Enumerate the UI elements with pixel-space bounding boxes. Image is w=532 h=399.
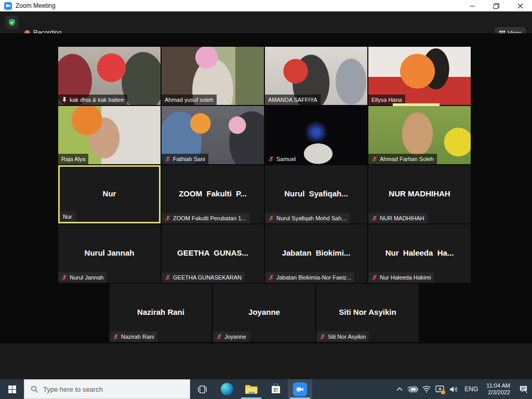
date-label: 2/3/2022: [486, 389, 510, 396]
participant-name-text: NUR MADHIHAH: [380, 215, 424, 221]
participant-name-label: Jabatan Biokimia-Nor Faeiz...: [265, 272, 354, 283]
minimize-button[interactable]: [460, 0, 484, 11]
wifi-icon[interactable]: [420, 379, 433, 399]
video-tile[interactable]: ZOOM Fakulti P...ZOOM Fakulti Perubatan …: [162, 165, 264, 223]
participant-name-label: Nur: [60, 211, 75, 222]
video-tile[interactable]: JoyanneJoyanne: [213, 284, 315, 342]
participant-name-label: GEETHA GUNASEKARAN: [162, 272, 245, 283]
participant-name-text: Siti Nor Asyikin: [328, 334, 366, 340]
muted-mic-icon: [268, 215, 274, 221]
participant-name-label: Raja Alya: [58, 154, 88, 164]
participant-name-text: Fathiah Sani: [173, 156, 205, 162]
muted-mic-icon: [268, 156, 274, 162]
participant-name-label: Nurul Jannah: [58, 272, 107, 283]
active-speaker-bar: [393, 103, 440, 106]
taskbar-file-explorer-button[interactable]: [239, 379, 263, 399]
muted-mic-icon: [371, 274, 378, 281]
screen-share-status-icon[interactable]: [433, 379, 447, 399]
video-gallery: kak dhia & kak baiteeAhmad yusuf solehAM…: [0, 33, 532, 343]
participant-display-name: Nazirah Rani: [110, 308, 212, 316]
video-tile[interactable]: Nur Haleeda Ha...Nur Haleeda Hakimi: [368, 224, 471, 283]
taskbar-zoom-button[interactable]: [288, 379, 312, 399]
muted-mic-icon: [371, 156, 378, 162]
participant-name-label: Joyanne: [213, 331, 249, 342]
participant-name-label: Fathiah Sani: [162, 154, 208, 164]
video-tile[interactable]: NurNur: [58, 165, 161, 223]
muted-mic-icon: [165, 215, 171, 221]
participant-name-label: ZOOM Fakulti Perubatan 1...: [162, 213, 249, 223]
taskbar-search-input[interactable]: Type here to search: [24, 379, 190, 399]
participant-name-label: Nurul Syafiqah Mohd Sah...: [265, 213, 350, 223]
participant-name-text: GEETHA GUNASEKARAN: [173, 274, 242, 281]
video-tile[interactable]: Ellysa Hana: [368, 47, 471, 105]
participant-name-text: Nurul Jannah: [70, 274, 103, 281]
video-tile[interactable]: Jabatan Biokimi...Jabatan Biokimia-Nor F…: [265, 224, 367, 283]
close-button[interactable]: [508, 0, 532, 11]
task-view-icon: [197, 384, 207, 394]
security-shield-icon[interactable]: [5, 16, 19, 29]
task-view-button[interactable]: [190, 379, 215, 399]
participant-name-label: Siti Nor Asyikin: [316, 331, 369, 342]
participant-name-label: Nazirah Rani: [110, 331, 157, 342]
tray-chevron-icon[interactable]: [393, 379, 406, 399]
participant-name-text: kak dhia & kak baitee: [70, 97, 124, 103]
participant-display-name: GEETHA GUNAS...: [162, 248, 264, 257]
muted-mic-icon: [216, 334, 222, 340]
microsoft-store-icon: [270, 383, 282, 395]
participant-display-name: Siti Nor Asyikin: [316, 308, 419, 316]
video-tile[interactable]: Ahmad yusuf soleh: [162, 47, 264, 105]
notification-dot: [441, 390, 445, 394]
video-tile[interactable]: AMANDA SAFFIYA: [265, 47, 367, 105]
muted-mic-icon: [165, 274, 171, 281]
start-button[interactable]: [0, 379, 24, 399]
video-tile[interactable]: GEETHA GUNAS...GEETHA GUNASEKARAN: [162, 224, 264, 283]
taskbar-store-button[interactable]: [263, 379, 288, 399]
participant-name-text: Nur: [63, 214, 72, 220]
participant-display-name: Joyanne: [213, 308, 315, 316]
video-tile[interactable]: Nurul Syafiqah...Nurul Syafiqah Mohd Sah…: [265, 165, 367, 223]
battery-icon[interactable]: [406, 379, 420, 399]
search-icon: [31, 385, 38, 393]
participant-name-text: Joyanne: [224, 334, 246, 340]
time-label: 11:04 AM: [486, 382, 510, 389]
participant-name-text: Nurul Syafiqah Mohd Sah...: [276, 215, 347, 221]
taskbar-clock[interactable]: 11:04 AM 2/3/2022: [482, 382, 514, 396]
participant-display-name: Nurul Syafiqah...: [265, 189, 367, 198]
participant-name-text: Nur Haleeda Hakimi: [380, 274, 431, 281]
muted-mic-icon: [165, 156, 171, 162]
muted-mic-icon: [320, 334, 326, 340]
participant-display-name: Nurul Jannah: [58, 248, 161, 257]
language-indicator[interactable]: ENG: [460, 385, 482, 393]
taskbar-edge-button[interactable]: [215, 379, 239, 399]
participant-name-text: ZOOM Fakulti Perubatan 1...: [173, 215, 246, 221]
video-tile[interactable]: NUR MADHIHAHNUR MADHIHAH: [368, 165, 471, 223]
participant-display-name: Nur Haleeda Ha...: [368, 248, 471, 257]
participant-name-text: Jabatan Biokimia-Nor Faeiz...: [276, 274, 351, 281]
window-title: Zoom Meeting: [16, 2, 56, 9]
file-explorer-icon: [245, 384, 258, 395]
video-tile[interactable]: Nazirah RaniNazirah Rani: [110, 284, 212, 342]
windows-taskbar: Type here to search: [0, 379, 532, 399]
muted-mic-icon: [61, 274, 68, 281]
volume-icon[interactable]: [447, 379, 460, 399]
participant-name-label: Nur Haleeda Hakimi: [368, 272, 434, 283]
video-tile[interactable]: Siti Nor AsyikinSiti Nor Asyikin: [316, 284, 419, 342]
window-titlebar: Zoom Meeting: [0, 0, 532, 11]
video-tile[interactable]: Nurul JannahNurul Jannah: [58, 224, 161, 283]
video-tile[interactable]: kak dhia & kak baitee: [58, 47, 161, 105]
video-tile[interactable]: Fathiah Sani: [162, 106, 264, 164]
participant-display-name: Jabatan Biokimi...: [265, 248, 367, 257]
participant-name-label: NUR MADHIHAH: [368, 213, 428, 223]
muted-mic-icon: [371, 215, 378, 221]
participant-name-text: Ahmad Farhan Soleh: [380, 156, 434, 162]
pin-icon: [61, 97, 68, 103]
video-tile[interactable]: Raja Alya: [58, 106, 161, 164]
participant-name-label: AMANDA SAFFIYA: [265, 95, 321, 105]
meeting-toolbar: Unmute Start Video 20 Participants: [0, 343, 532, 379]
restore-button[interactable]: [484, 0, 508, 11]
video-tile[interactable]: Samuel: [265, 106, 367, 164]
video-tile[interactable]: Ahmad Farhan Soleh: [368, 106, 471, 164]
action-center-button[interactable]: [514, 379, 532, 399]
participant-name-text: AMANDA SAFFIYA: [268, 97, 317, 103]
participant-display-name: ZOOM Fakulti P...: [162, 189, 264, 198]
